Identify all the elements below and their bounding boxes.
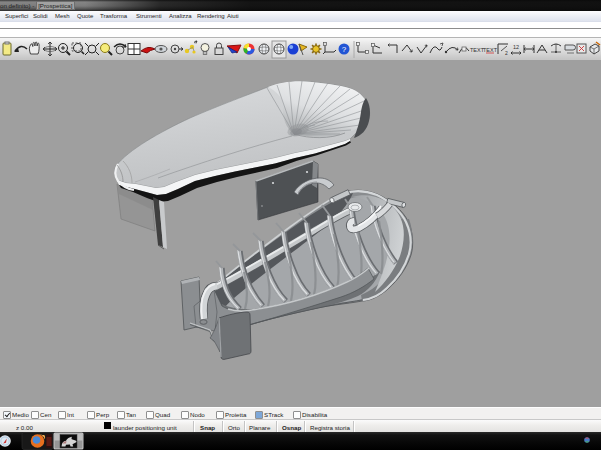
svg-text:TEXT: TEXT (483, 47, 498, 53)
svg-text:2: 2 (505, 50, 508, 56)
svg-text:?: ? (342, 45, 347, 54)
svg-text:12: 12 (513, 44, 519, 50)
